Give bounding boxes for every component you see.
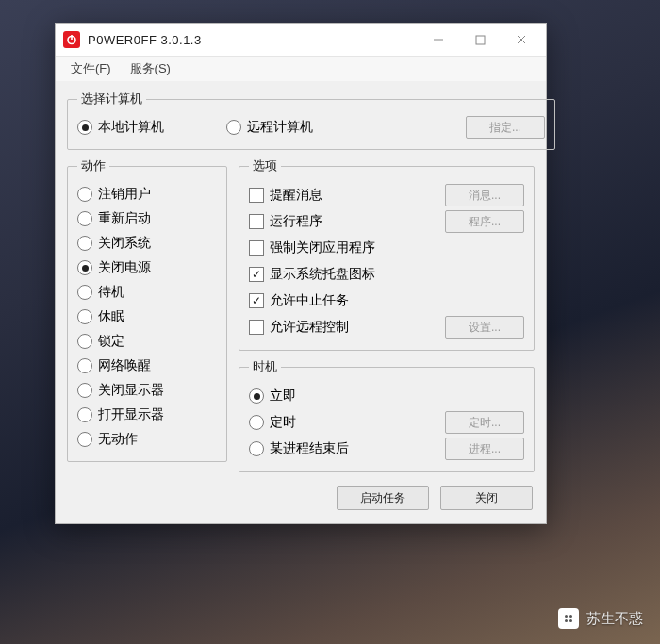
radio-icon (226, 120, 241, 135)
action-radio[interactable]: 无动作 (77, 427, 217, 452)
radio-icon (77, 120, 92, 135)
action-radio[interactable]: 锁定 (77, 329, 217, 354)
legend-options: 选项 (249, 157, 281, 174)
action-radio[interactable]: 网络唤醒 (77, 354, 217, 378)
option-row: 允许中止任务 (249, 288, 524, 314)
radio-icon (249, 415, 264, 430)
radio-label: 关闭显示器 (98, 382, 164, 399)
radio-icon (77, 407, 92, 422)
close-dialog-button[interactable]: 关闭 (440, 486, 533, 510)
menu-service[interactable]: 服务(S) (121, 58, 180, 79)
action-radio[interactable]: 待机 (77, 280, 217, 305)
radio-label: 网络唤醒 (98, 357, 151, 374)
menu-file[interactable]: 文件(F) (61, 58, 121, 79)
timing-row: 某进程结束后进程... (249, 436, 524, 462)
option-label: 提醒消息 (270, 187, 322, 204)
radio-icon (77, 309, 92, 324)
checkbox-icon (249, 320, 264, 335)
radio-icon (249, 388, 264, 404)
radio-remote-computer[interactable]: 远程计算机 (226, 115, 458, 140)
option-side-button[interactable]: 程序... (445, 210, 524, 233)
action-radio[interactable]: 关闭电源 (77, 256, 217, 280)
action-radio[interactable]: 休眠 (77, 305, 217, 329)
legend-timing: 时机 (249, 358, 281, 375)
svg-rect-3 (476, 36, 485, 44)
option-label: 显示系统托盘图标 (270, 266, 375, 283)
option-row: 显示系统托盘图标 (249, 261, 524, 288)
option-label: 允许远程控制 (270, 319, 349, 336)
minimize-button[interactable] (418, 25, 459, 54)
option-checkbox[interactable]: 运行程序 (249, 213, 445, 230)
option-side-button[interactable]: 设置... (445, 316, 524, 339)
radio-label: 休眠 (98, 308, 124, 325)
group-timing: 时机 立即定时定时...某进程结束后进程... (239, 358, 535, 472)
radio-icon (77, 187, 92, 202)
group-options: 选项 提醒消息消息...运行程序程序...强制关闭应用程序显示系统托盘图标允许中… (239, 157, 535, 351)
radio-label: 待机 (98, 284, 124, 301)
option-label: 允许中止任务 (270, 292, 349, 309)
option-checkbox[interactable]: 强制关闭应用程序 (249, 239, 524, 256)
timing-radio[interactable]: 立即 (249, 388, 524, 405)
radio-label: 关闭系统 (98, 235, 151, 252)
option-row: 提醒消息消息... (249, 182, 524, 208)
checkbox-icon (249, 293, 264, 308)
watermark: 苏生不惑 (558, 608, 643, 629)
legend-select-computer: 选择计算机 (77, 91, 146, 107)
radio-icon (77, 334, 92, 349)
timing-radio[interactable]: 某进程结束后 (249, 440, 445, 457)
action-radio[interactable]: 注销用户 (77, 182, 217, 206)
action-radio[interactable]: 关闭系统 (77, 231, 217, 256)
timing-row: 定时定时... (249, 409, 524, 436)
radio-local-computer[interactable]: 本地计算机 (77, 115, 219, 140)
action-radio[interactable]: 关闭显示器 (77, 378, 217, 403)
radio-icon (249, 441, 264, 456)
wechat-icon (558, 608, 579, 629)
radio-icon (77, 383, 92, 398)
radio-label: 本地计算机 (98, 119, 164, 136)
radio-label: 锁定 (98, 333, 124, 350)
radio-label: 远程计算机 (247, 119, 313, 136)
timing-side-button[interactable]: 定时... (445, 411, 524, 434)
radio-label: 无动作 (98, 431, 138, 448)
action-radio[interactable]: 重新启动 (77, 206, 217, 231)
timing-radio[interactable]: 定时 (249, 414, 445, 431)
radio-icon (77, 260, 92, 275)
maximize-button[interactable] (459, 25, 501, 54)
option-side-button[interactable]: 消息... (445, 184, 524, 206)
specify-button[interactable]: 指定... (466, 116, 545, 139)
option-label: 运行程序 (270, 213, 322, 230)
timing-side-button[interactable]: 进程... (445, 438, 524, 460)
option-row: 强制关闭应用程序 (249, 235, 524, 261)
radio-label: 注销用户 (98, 186, 151, 203)
option-checkbox[interactable]: 允许中止任务 (249, 292, 524, 309)
group-select-computer: 选择计算机 本地计算机 远程计算机 指定... (67, 91, 555, 150)
action-radio[interactable]: 打开显示器 (77, 403, 217, 427)
option-checkbox[interactable]: 显示系统托盘图标 (249, 266, 524, 283)
radio-icon (77, 236, 92, 251)
group-action: 动作 注销用户重新启动关闭系统关闭电源待机休眠锁定网络唤醒关闭显示器打开显示器无… (67, 157, 227, 462)
radio-icon (77, 285, 92, 300)
client-area: 选择计算机 本地计算机 远程计算机 指定... 动作 注销用户重新启动关闭系统关… (56, 81, 546, 523)
radio-label: 立即 (270, 388, 296, 405)
close-button[interactable] (501, 25, 542, 54)
checkbox-icon (249, 267, 264, 282)
radio-icon (77, 211, 92, 226)
checkbox-icon (249, 188, 264, 203)
timing-row: 立即 (249, 383, 524, 409)
radio-label: 关闭电源 (98, 259, 151, 276)
option-row: 允许远程控制设置... (249, 314, 524, 340)
radio-label: 重新启动 (98, 210, 151, 227)
radio-icon (77, 432, 92, 447)
radio-label: 定时 (270, 414, 296, 431)
legend-action: 动作 (77, 157, 109, 174)
checkbox-icon (249, 240, 264, 256)
option-row: 运行程序程序... (249, 208, 524, 235)
watermark-text: 苏生不惑 (586, 610, 643, 628)
app-window: P0WER0FF 3.0.1.3 文件(F) 服务(S) 选择计算机 (55, 23, 547, 524)
option-label: 强制关闭应用程序 (270, 239, 375, 256)
option-checkbox[interactable]: 允许远程控制 (249, 319, 445, 336)
app-icon (63, 31, 80, 48)
option-checkbox[interactable]: 提醒消息 (249, 187, 445, 204)
window-controls (418, 25, 542, 54)
start-task-button[interactable]: 启动任务 (337, 486, 429, 510)
